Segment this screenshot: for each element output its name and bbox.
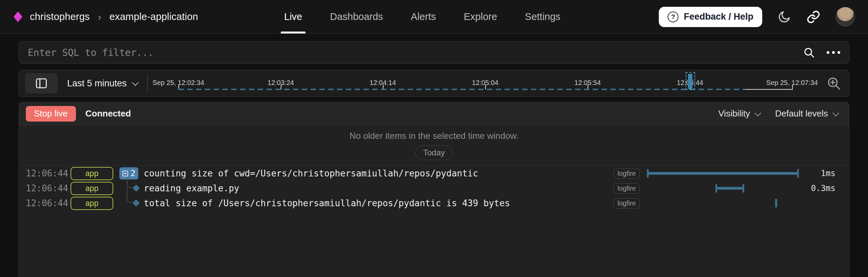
chevron-down-icon — [832, 109, 839, 116]
zoom-in-icon — [826, 76, 842, 91]
breadcrumb-separator-icon: › — [97, 11, 102, 23]
duration-bar-cell — [647, 181, 803, 196]
tab-live[interactable]: Live — [284, 0, 302, 34]
span-duration-bar — [647, 172, 798, 175]
trace-row[interactable]: 12:06:44 app reading example.py logfire … — [19, 181, 849, 196]
timeline-selection-box[interactable] — [686, 72, 695, 90]
feedback-help-label: Feedback / Help — [684, 12, 753, 22]
trace-row[interactable]: 12:06:44 app 2 counting size of cwd=/Use… — [19, 166, 849, 181]
link-icon — [806, 10, 821, 24]
timeline-activity-dashes — [178, 89, 745, 90]
ellipsis-icon — [827, 51, 840, 54]
timeline-end-line — [745, 89, 793, 90]
live-toolbar: Stop live Connected Visibility Default l… — [19, 102, 849, 125]
sidebar-toggle-button[interactable] — [25, 73, 58, 93]
feedback-help-button[interactable]: ? Feedback / Help — [659, 7, 762, 27]
search-icon — [803, 46, 815, 59]
child-count: 2 — [131, 169, 135, 178]
empty-state-message: No older items in the selected time wind… — [19, 131, 849, 141]
service-badge[interactable]: app — [71, 182, 113, 195]
span-diamond-icon — [133, 199, 140, 207]
tab-dashboards-label: Dashboards — [330, 11, 383, 22]
visibility-label: Visibility — [718, 108, 750, 119]
today-button[interactable]: Today — [415, 145, 453, 160]
sql-filter-bar — [19, 41, 849, 64]
theme-toggle-button[interactable] — [777, 10, 791, 24]
tab-dashboards[interactable]: Dashboards — [330, 0, 383, 34]
chevron-down-icon — [132, 79, 139, 86]
tree-elbow — [127, 178, 132, 188]
row-timestamp: 12:06:44 — [26, 198, 66, 208]
collapse-span-button[interactable]: 2 — [119, 167, 138, 179]
sql-filter-input[interactable] — [28, 47, 803, 58]
filter-more-button[interactable] — [827, 51, 840, 54]
span-diamond-icon — [133, 185, 140, 192]
search-button[interactable] — [803, 46, 815, 59]
default-levels-label: Default levels — [775, 108, 828, 119]
log-message: total size of /Users/christophersamiulla… — [144, 198, 613, 208]
tab-alerts-label: Alerts — [411, 11, 436, 22]
duration-bar-cell — [647, 196, 803, 211]
time-range-select[interactable]: Last 5 minutes — [67, 78, 137, 89]
time-range-label: Last 5 minutes — [67, 78, 127, 89]
share-link-button[interactable] — [806, 10, 821, 24]
chevron-down-icon — [754, 109, 761, 116]
span-duration-bar — [716, 187, 744, 190]
timebar-divider — [147, 74, 148, 92]
tab-settings-label: Settings — [525, 11, 560, 22]
row-timestamp: 12:06:44 — [26, 168, 66, 178]
nav-right-cluster: ? Feedback / Help — [659, 0, 855, 34]
collapse-icon — [122, 171, 128, 176]
zoom-in-button[interactable] — [826, 76, 842, 91]
duration-label: 1ms — [803, 169, 835, 178]
timeline-tick — [792, 85, 793, 89]
breadcrumb-project[interactable]: example-application — [110, 11, 198, 22]
live-panel: Stop live Connected Visibility Default l… — [19, 102, 849, 277]
tree-elbow — [127, 193, 132, 203]
trace-row[interactable]: 12:06:44 app total size of /Users/christ… — [19, 196, 849, 211]
tab-live-label: Live — [284, 11, 302, 22]
nav-tabs: Live Dashboards Alerts Explore Settings — [284, 0, 560, 34]
stop-live-button[interactable]: Stop live — [26, 106, 76, 122]
log-message: reading example.py — [144, 183, 613, 193]
tree-cell — [117, 196, 144, 211]
tag-badge[interactable]: logfire — [613, 168, 640, 179]
tab-explore-label: Explore — [464, 11, 497, 22]
duration-bar-cell — [647, 166, 803, 181]
time-range-bar: Last 5 minutes Sep 25, 12:02:34 12:03:24… — [19, 70, 849, 97]
connection-status: Connected — [85, 108, 131, 119]
top-nav: christophergs › example-application Live… — [0, 0, 868, 34]
tag-badge[interactable]: logfire — [613, 183, 640, 194]
visibility-dropdown[interactable]: Visibility — [718, 108, 759, 119]
timeline-track[interactable]: Sep 25, 12:02:34 12:03:24 12:04:14 12:05… — [178, 70, 792, 97]
logfire-logo-icon[interactable] — [14, 12, 22, 22]
breadcrumb-org[interactable]: christophergs — [30, 11, 90, 22]
log-message: counting size of cwd=/Users/christophers… — [144, 168, 613, 178]
default-levels-dropdown[interactable]: Default levels — [775, 108, 837, 119]
row-timestamp: 12:06:44 — [26, 183, 66, 193]
duration-label: 0.3ms — [803, 184, 835, 193]
tag-badge[interactable]: logfire — [613, 198, 640, 209]
sidebar-panel-icon — [35, 78, 47, 89]
log-instant-tick — [775, 199, 777, 208]
tab-settings[interactable]: Settings — [525, 0, 560, 34]
service-badge[interactable]: app — [71, 167, 113, 180]
tab-explore[interactable]: Explore — [464, 0, 497, 34]
user-avatar[interactable] — [835, 7, 855, 27]
question-icon: ? — [668, 12, 678, 22]
breadcrumb: christophergs › example-application — [14, 11, 198, 23]
moon-icon — [777, 10, 791, 24]
service-badge[interactable]: app — [71, 197, 113, 210]
tab-alerts[interactable]: Alerts — [411, 0, 436, 34]
